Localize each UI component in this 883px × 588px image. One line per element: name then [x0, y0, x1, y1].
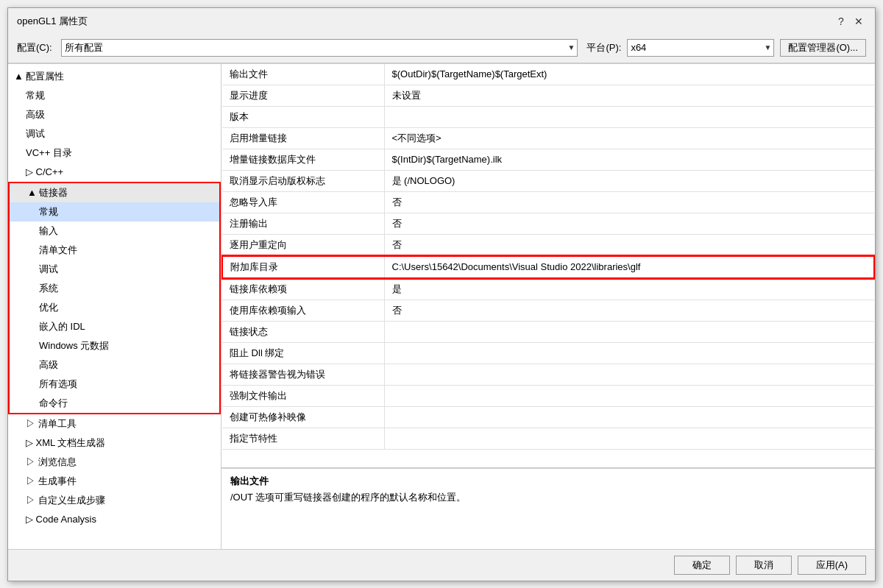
help-button[interactable]: ? [834, 14, 848, 29]
dialog-window: openGL1 属性页 ? ✕ 配置(C): 所有配置 ▼ 平台(P): x64… [7, 7, 876, 581]
tree-item-linker-input[interactable]: 输入 [10, 222, 219, 241]
table-row[interactable]: 链接状态 [222, 321, 874, 342]
desc-title: 输出文件 [230, 475, 866, 488]
prop-name: 忽略导入库 [222, 191, 384, 213]
tree-item-advanced[interactable]: 高级 [8, 105, 221, 124]
table-row[interactable]: 显示进度未设置 [222, 85, 874, 106]
prop-name: 版本 [222, 106, 384, 127]
ok-button[interactable]: 确定 [674, 556, 730, 575]
table-row[interactable]: 将链接器警告视为错误 [222, 364, 874, 385]
tree-item-linker-advanced[interactable]: 高级 [10, 355, 219, 375]
table-row[interactable]: 逐用户重定向否 [222, 234, 874, 256]
tree-item-linker-optimize[interactable]: 优化 [10, 298, 219, 317]
table-row[interactable]: 强制文件输出 [222, 385, 874, 406]
prop-value [384, 321, 874, 342]
config-manager-button[interactable]: 配置管理器(O)... [780, 39, 866, 57]
expand-icon: ▲ [14, 71, 26, 82]
prop-name: 附加库目录 [222, 256, 384, 278]
prop-value [384, 364, 874, 385]
props-panel: 输出文件$(OutDir)$(TargetName)$(TargetExt)显示… [221, 64, 875, 549]
config-select[interactable]: 所有配置 [61, 39, 578, 57]
close-button[interactable]: ✕ [851, 14, 866, 29]
description-panel: 输出文件 /OUT 选项可重写链接器创建的程序的默认名称和位置。 [221, 468, 875, 549]
prop-value: 否 [384, 213, 874, 234]
prop-value: 否 [384, 234, 874, 256]
prop-name: 增量链接数据库文件 [222, 149, 384, 170]
prop-value: <不同选项> [384, 127, 874, 149]
tree-item-linker-all-options[interactable]: 所有选项 [10, 375, 219, 394]
desc-text: /OUT 选项可重写链接器创建的程序的默认名称和位置。 [230, 491, 866, 504]
prop-value: $(OutDir)$(TargetName)$(TargetExt) [384, 64, 874, 85]
title-bar: openGL1 属性页 ? ✕ [8, 8, 875, 33]
table-row[interactable]: 指定节特性 [222, 428, 874, 449]
table-row[interactable]: 增量链接数据库文件$(IntDir)$(TargetName).ilk [222, 149, 874, 170]
prop-name: 逐用户重定向 [222, 234, 384, 256]
tree-item-config-properties[interactable]: ▲ ▲ 配置属性配置属性 [8, 67, 221, 86]
table-row[interactable]: 取消显示启动版权标志是 (/NOLOGO) [222, 170, 874, 191]
tree-item-cpp[interactable]: ▷ C/C++ [8, 163, 221, 182]
tree-item-code-analysis[interactable]: ▷ Code Analysis [8, 510, 221, 529]
prop-name: 显示进度 [222, 85, 384, 106]
prop-value [384, 406, 874, 428]
table-row[interactable]: 注册输出否 [222, 213, 874, 234]
tree-item-xml-doc[interactable]: ▷ XML 文档生成器 [8, 433, 221, 453]
prop-value: 是 [384, 278, 874, 300]
main-content: ▲ ▲ 配置属性配置属性 常规 高级 调试 VC++ 目录 ▷ C/C++ ▲ … [8, 63, 875, 549]
config-label: 配置(C): [17, 41, 52, 54]
tree-item-linker-debug[interactable]: 调试 [10, 260, 219, 279]
table-row[interactable]: 附加库目录C:\Users\15642\Documents\Visual Stu… [222, 256, 874, 278]
table-row[interactable]: 版本 [222, 106, 874, 127]
tree-item-linker[interactable]: ▲ 链接器 [10, 183, 219, 202]
prop-name: 链接库依赖项 [222, 278, 384, 300]
config-select-wrapper: 所有配置 ▼ [61, 39, 578, 57]
tree-item-linker-idl[interactable]: 嵌入的 IDL [10, 317, 219, 336]
table-row[interactable]: 链接库依赖项是 [222, 278, 874, 300]
tree-item-debug[interactable]: 调试 [8, 124, 221, 144]
table-row[interactable]: 使用库依赖项输入否 [222, 300, 874, 321]
prop-name: 输出文件 [222, 64, 384, 85]
platform-label: 平台(P): [586, 41, 621, 54]
prop-name: 启用增量链接 [222, 127, 384, 149]
prop-name: 创建可热修补映像 [222, 406, 384, 428]
tree-item-build-events[interactable]: ▷ 生成事件 [8, 472, 221, 491]
prop-value [384, 428, 874, 449]
prop-value: 未设置 [384, 85, 874, 106]
table-row[interactable]: 启用增量链接<不同选项> [222, 127, 874, 149]
window-title: openGL1 属性页 [17, 15, 88, 28]
prop-value [384, 106, 874, 127]
tree-item-general[interactable]: 常规 [8, 86, 221, 105]
prop-value: 否 [384, 191, 874, 213]
tree-item-vc-dirs[interactable]: VC++ 目录 [8, 144, 221, 163]
tree-item-browse-info[interactable]: ▷ 浏览信息 [8, 453, 221, 472]
platform-select[interactable]: x64 [627, 39, 774, 57]
tree-item-linker-cmdline[interactable]: 命令行 [10, 394, 219, 413]
apply-button[interactable]: 应用(A) [798, 556, 866, 575]
tree-item-linker-general[interactable]: 常规 [10, 202, 219, 222]
platform-select-wrapper: x64 ▼ [627, 39, 774, 57]
prop-name: 注册输出 [222, 213, 384, 234]
cancel-button[interactable]: 取消 [736, 556, 792, 575]
bottom-bar: 确定 取消 应用(A) [8, 549, 875, 581]
tree-panel: ▲ ▲ 配置属性配置属性 常规 高级 调试 VC++ 目录 ▷ C/C++ ▲ … [8, 64, 221, 549]
title-bar-controls: ? ✕ [834, 14, 866, 29]
prop-value [384, 342, 874, 364]
prop-value: 否 [384, 300, 874, 321]
config-row: 配置(C): 所有配置 ▼ 平台(P): x64 ▼ 配置管理器(O)... [8, 33, 875, 63]
tree-item-linker-winmeta[interactable]: Windows 元数据 [10, 336, 219, 355]
table-row[interactable]: 创建可热修补映像 [222, 406, 874, 428]
prop-name: 阻止 Dll 绑定 [222, 342, 384, 364]
tree-item-linker-manifest[interactable]: 清单文件 [10, 241, 219, 260]
properties-table: 输出文件$(OutDir)$(TargetName)$(TargetExt)显示… [221, 64, 875, 468]
prop-name: 强制文件输出 [222, 385, 384, 406]
tree-item-manifest-tool[interactable]: ▷ 清单工具 [8, 414, 221, 433]
tree-item-custom-build[interactable]: ▷ 自定义生成步骤 [8, 491, 221, 510]
prop-name: 取消显示启动版权标志 [222, 170, 384, 191]
prop-name: 使用库依赖项输入 [222, 300, 384, 321]
linker-group: ▲ 链接器 常规 输入 清单文件 调试 系统 优化 嵌入的 IDL Window… [8, 182, 221, 414]
platform-section: 平台(P): x64 ▼ 配置管理器(O)... [586, 39, 866, 57]
table-row[interactable]: 输出文件$(OutDir)$(TargetName)$(TargetExt) [222, 64, 874, 85]
tree-item-linker-system[interactable]: 系统 [10, 279, 219, 298]
prop-value: C:\Users\15642\Documents\Visual Studio 2… [384, 256, 874, 278]
table-row[interactable]: 忽略导入库否 [222, 191, 874, 213]
table-row[interactable]: 阻止 Dll 绑定 [222, 342, 874, 364]
